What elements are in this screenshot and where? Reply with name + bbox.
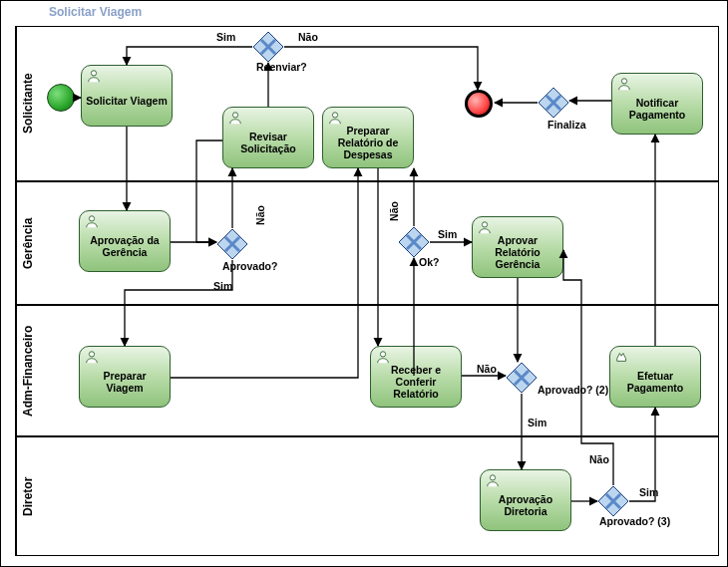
user-icon	[228, 111, 242, 125]
svg-point-2	[332, 113, 337, 118]
task-label: Aprovar Relatório Gerência	[477, 234, 558, 270]
gw-label-aprovado: Aprovado?	[222, 260, 277, 272]
task-label: Notificar Pagamento	[616, 97, 698, 121]
gw-label-finaliza: Finaliza	[547, 119, 586, 131]
lane-label-solicitante: Solicitante	[16, 27, 38, 180]
gateway-aprovado3	[597, 485, 629, 517]
diagram-title: Solicitar Viagem	[49, 5, 142, 19]
task-revisar-solicitacao: Revisar Solicitação	[222, 107, 314, 168]
svg-point-4	[89, 216, 94, 221]
task-label: Aprovação Diretoria	[485, 493, 566, 517]
task-label: Receber e Conferir Relatório	[375, 364, 457, 400]
task-preparar-relatorio: Preparar Relatório de Despesas	[322, 107, 414, 168]
lane-label-diretor: Diretor	[16, 437, 38, 555]
task-efetuar-pagamento: Efetuar Pagamento	[609, 346, 701, 408]
edge-nao-aprovado: Não	[254, 205, 266, 225]
svg-point-3	[621, 79, 626, 84]
task-label: Aprovação da Gerência	[84, 234, 166, 258]
svg-point-7	[380, 352, 385, 357]
edge-sim-aprovado: Sim	[213, 280, 232, 292]
edge-sim-reenviar: Sim	[216, 31, 235, 43]
lane-label-gerencia: Gerência	[16, 182, 38, 304]
task-aprovacao-gerencia: Aprovação da Gerência	[79, 210, 171, 272]
svg-point-8	[490, 475, 495, 480]
edge-sim-ok: Sim	[438, 228, 457, 240]
task-notificar-pagamento: Notificar Pagamento	[611, 73, 703, 135]
edge-sim-apr2: Sim	[528, 417, 546, 428]
user-icon	[486, 473, 500, 487]
user-icon	[617, 77, 631, 91]
edge-sim-apr3: Sim	[639, 486, 658, 498]
gateway-reenviar	[252, 31, 284, 63]
edge-nao-apr3: Não	[589, 453, 609, 465]
svg-point-5	[482, 222, 487, 227]
user-icon	[85, 214, 99, 228]
task-label: Revisar Solicitação	[227, 131, 309, 154]
svg-point-0	[91, 71, 96, 76]
gw-label-reenviar: Reenviar?	[256, 61, 307, 73]
gw-label-aprovado3: Aprovado? (3)	[599, 515, 670, 527]
gw-label-aprovado2: Aprovado? (2)	[538, 384, 608, 396]
task-solicitar-viagem: Solicitar Viagem	[81, 65, 173, 127]
task-aprovacao-diretoria: Aprovação Diretoria	[480, 469, 571, 531]
user-icon	[478, 220, 492, 234]
end-event	[465, 90, 493, 118]
gateway-finaliza	[538, 87, 569, 119]
start-event	[47, 84, 75, 112]
manual-icon	[615, 350, 629, 364]
user-icon	[85, 350, 99, 364]
task-label: Efetuar Pagamento	[614, 370, 696, 394]
gateway-ok	[398, 226, 430, 258]
edge-nao-ok: Não	[388, 201, 400, 221]
edge-nao-apr2: Não	[477, 363, 497, 375]
svg-point-6	[89, 352, 94, 357]
edge-nao-reenviar: Não	[298, 31, 318, 43]
task-label: Solicitar Viagem	[86, 95, 168, 107]
task-aprovar-rel-gerencia: Aprovar Relatório Gerência	[472, 216, 563, 278]
gw-label-ok: Ok?	[419, 256, 439, 268]
user-icon	[328, 111, 342, 125]
user-icon	[87, 69, 101, 83]
task-preparar-viagem: Preparar Viagem	[79, 346, 171, 408]
task-label: Preparar Viagem	[84, 370, 166, 394]
lane-label-adm-financeiro: Adm-Financeiro	[16, 306, 38, 435]
gateway-aprovado	[216, 228, 248, 260]
task-label: Preparar Relatório de Despesas	[327, 125, 409, 160]
user-icon	[376, 350, 390, 364]
gateway-aprovado2	[506, 362, 538, 394]
task-receber-conferir: Receber e Conferir Relatório	[370, 346, 462, 408]
svg-point-1	[232, 113, 237, 118]
